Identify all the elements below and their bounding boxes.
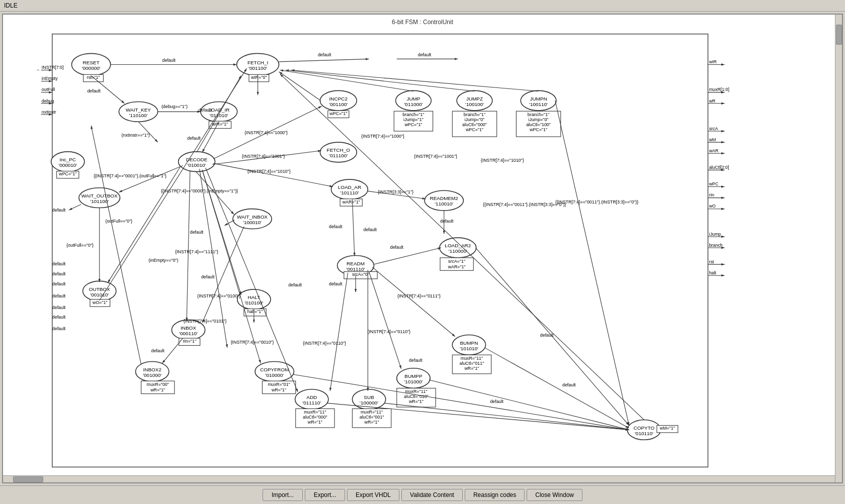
svg-text:{{INSTR[7:4]=="0011"}.(INSTR[3: {{INSTR[7:4]=="0011"}.(INSTR[3:3]=="0")} [483, 202, 566, 207]
svg-text:WAIT_KEY: WAIT_KEY [126, 107, 151, 113]
svg-text:default: default [562, 382, 576, 387]
svg-text:{INSTR[7:4]=="0110"}: {INSTR[7:4]=="0110"} [367, 329, 410, 334]
close-button[interactable]: Close Window [527, 489, 582, 501]
svg-text:{INSTR[3:3]=="1"}: {INSTR[3:3]=="1"} [378, 189, 413, 194]
scrollbar-bottom-thumb[interactable] [13, 476, 43, 482]
svg-text:READMEM2: READMEM2 [430, 195, 459, 201]
svg-text:{INSTR[7:4]=="0111"}: {INSTR[7:4]=="0111"} [397, 293, 441, 298]
svg-text:'101010': '101010' [460, 346, 478, 351]
svg-text:debug: debug [42, 98, 54, 104]
main-area: 6-bit FSM : ControlUnit → INSTR[7:0] inE… [0, 12, 845, 504]
svg-text:'011100': '011100' [329, 153, 348, 158]
scrollbar-right[interactable] [835, 15, 842, 482]
svg-text:{INSTR[7:4]=="0101"}: {INSTR[7:4]=="0101"} [184, 319, 227, 324]
svg-text:{INSTR[7:4]=="1010"}: {INSTR[7:4]=="1010"} [247, 169, 291, 174]
export-vhdl-button[interactable]: Export VHDL [347, 489, 399, 501]
svg-text:wPC="1": wPC="1" [58, 171, 76, 176]
svg-text:wIR="0": wIR="0" [250, 75, 267, 80]
validate-button[interactable]: Validate Content [401, 489, 463, 501]
svg-text:{INSTR[7:4]=="1000"}: {INSTR[7:4]=="1000"} [361, 134, 404, 139]
svg-text:muxR="11": muxR="11" [361, 410, 383, 415]
svg-text:default: default [201, 274, 215, 279]
svg-text:default: default [390, 245, 404, 250]
svg-text:wAR="1": wAR="1" [342, 199, 360, 205]
svg-text:'100110': '100110' [529, 102, 548, 107]
svg-text:muxR="00": muxR="00" [147, 382, 169, 387]
svg-text:aluCtl="011": aluCtl="011" [460, 361, 484, 366]
svg-text:iJump: iJump [709, 232, 721, 237]
scrollbar-right-thumb[interactable] [836, 25, 842, 45]
svg-text:default: default [190, 230, 204, 235]
svg-text:iJump="1": iJump="1" [403, 117, 424, 122]
import-button[interactable]: Import... [263, 489, 303, 501]
svg-text:ADD: ADD [306, 394, 317, 400]
svg-text:default: default [490, 399, 503, 404]
svg-text:(debug=="1"): (debug=="1") [161, 104, 188, 109]
svg-text:nxtInstr: nxtInstr [42, 110, 56, 115]
svg-text:{INSTR[7:4]=="1001"}: {INSTR[7:4]=="1001"} [414, 154, 457, 159]
svg-text:'100010': '100010' [243, 220, 262, 225]
svg-text:wR="1": wR="1" [307, 420, 322, 425]
svg-text:{{INSTR[7:4]=="0000"}.(inEmpty: {{INSTR[7:4]=="0000"}.(inEmpty=="1")} [161, 188, 238, 193]
svg-text:iJump="0": iJump="0" [465, 117, 485, 122]
svg-text:FETCH_I: FETCH_I [247, 60, 268, 65]
svg-text:halt="1": halt="1" [247, 309, 263, 314]
canvas-container: 6-bit FSM : ControlUnit → INSTR[7:0] inE… [2, 14, 843, 483]
svg-text:iJump="0": iJump="0" [529, 117, 549, 122]
svg-text:INBOX: INBOX [181, 325, 196, 331]
svg-text:WAIT_INBOX: WAIT_INBOX [237, 214, 268, 220]
svg-text:'001100': '001100' [329, 102, 348, 107]
svg-text:'000110': '000110' [179, 331, 198, 336]
svg-text:{INSTR[7:4]=="1000"}: {INSTR[7:4]=="1000"} [244, 130, 288, 135]
svg-text:→: → [36, 67, 40, 72]
svg-text:wAR: wAR [709, 148, 719, 153]
svg-text:'101110': '101110' [340, 190, 359, 195]
svg-text:'000010': '000010' [58, 162, 77, 168]
svg-text:rst: rst [709, 259, 714, 264]
svg-text:{outFull=="0"}: {outFull=="0"} [105, 219, 132, 224]
reassign-button[interactable]: Reassign codes [465, 489, 525, 501]
svg-text:COPYFROM: COPYFROM [260, 367, 289, 372]
svg-text:wR="1": wR="1" [408, 399, 424, 404]
svg-text:wPC="1": wPC="1" [404, 122, 422, 127]
title-bar: IDLE [0, 0, 845, 12]
svg-text:wAR="1": wAR="1" [448, 264, 466, 269]
svg-text:halt: halt [709, 270, 717, 275]
svg-text:default: default [52, 271, 66, 276]
svg-text:WAIT_OUTBOX: WAIT_OUTBOX [81, 193, 118, 198]
svg-text:wR: wR [709, 98, 716, 104]
svg-text:muxR[1:0]: muxR[1:0] [709, 87, 729, 92]
svg-text:default: default [52, 293, 66, 298]
svg-text:'001000': '001000' [143, 372, 161, 378]
svg-text:outFull: outFull [42, 87, 55, 92]
svg-text:COPYTO: COPYTO [634, 425, 655, 431]
svg-text:'010110': '010110' [635, 431, 653, 436]
svg-text:{{INSTR[7:4]=="0011"}.(INSTR[3: {{INSTR[7:4]=="0011"}.(INSTR[3:3]=="0")} [555, 199, 638, 205]
svg-text:branch="1": branch="1" [528, 112, 549, 117]
svg-text:'001100': '001100' [248, 65, 267, 71]
svg-text:{INSTR[7:4]=="1001"}: {INSTR[7:4]=="1001"} [242, 154, 285, 159]
svg-text:'011010': '011010' [210, 113, 228, 118]
svg-text:default: default [52, 305, 66, 310]
footer: Import...Export...Export VHDLValidate Co… [0, 485, 845, 504]
svg-text:INBOX2: INBOX2 [143, 367, 161, 372]
svg-text:default: default [187, 136, 201, 141]
scrollbar-bottom[interactable] [3, 475, 835, 482]
svg-text:srcA: srcA [709, 126, 718, 131]
svg-text:DECODE: DECODE [186, 157, 208, 162]
svg-text:RESET: RESET [83, 60, 100, 65]
export-button[interactable]: Export... [305, 489, 345, 501]
svg-text:aluCtl="100": aluCtl="100" [526, 122, 551, 127]
svg-text:{INSTR[7:4]=="0010"}: {INSTR[7:4]=="0010"} [231, 340, 274, 345]
svg-text:rIn: rIn [709, 192, 714, 197]
svg-text:READM: READM [347, 261, 365, 266]
svg-text:{INSTR[7:4]=="1010"}: {INSTR[7:4]=="1010"} [481, 158, 524, 163]
svg-text:INCPC2: INCPC2 [329, 96, 348, 102]
svg-text:JUMP: JUMP [406, 96, 420, 102]
svg-text:'010000': '010000' [265, 372, 284, 378]
svg-text:'101000': '101000' [404, 379, 422, 384]
svg-text:LOAD_AR: LOAD_AR [338, 184, 361, 190]
title-text: IDLE [4, 2, 18, 9]
svg-text:BUMPN: BUMPN [460, 340, 478, 346]
svg-text:default: default [440, 219, 454, 224]
